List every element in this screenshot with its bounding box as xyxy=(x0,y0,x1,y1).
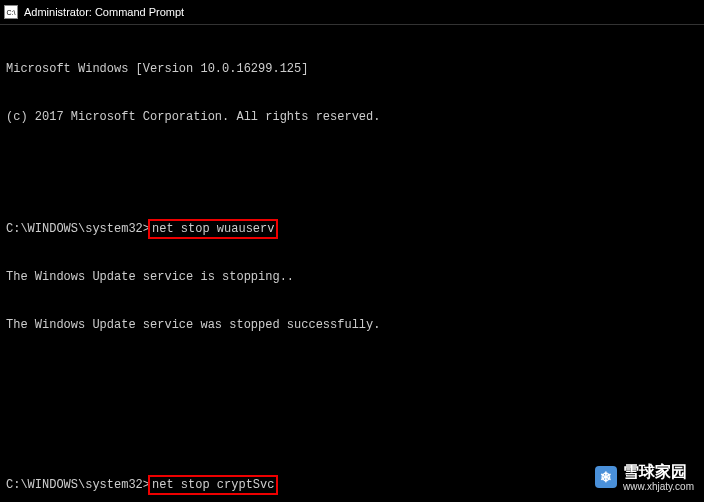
copyright-line: (c) 2017 Microsoft Corporation. All righ… xyxy=(6,109,698,125)
prompt: C:\WINDOWS\system32> xyxy=(6,478,150,492)
cmd-line: C:\WINDOWS\system32>net stop wuauserv xyxy=(6,221,698,237)
watermark-logo-icon: ❄ xyxy=(595,466,617,488)
highlight-box: net stop cryptSvc xyxy=(148,475,278,495)
output-line: The Windows Update service was stopped s… xyxy=(6,317,698,333)
highlight-box: net stop wuauserv xyxy=(148,219,278,239)
window-titlebar[interactable]: C:\ Administrator: Command Prompt xyxy=(0,0,704,25)
watermark: ❄ 雪球家园 www.xhjaty.com xyxy=(595,462,694,492)
version-line: Microsoft Windows [Version 10.0.16299.12… xyxy=(6,61,698,77)
cmd-icon: C:\ xyxy=(4,5,18,19)
terminal-area[interactable]: Microsoft Windows [Version 10.0.16299.12… xyxy=(0,25,704,502)
watermark-sub: www.xhjaty.com xyxy=(623,481,694,492)
output-line: The Windows Update service is stopping.. xyxy=(6,269,698,285)
window-title: Administrator: Command Prompt xyxy=(24,6,184,18)
prompt: C:\WINDOWS\system32> xyxy=(6,222,150,236)
watermark-main: 雪球家园 xyxy=(623,462,694,483)
